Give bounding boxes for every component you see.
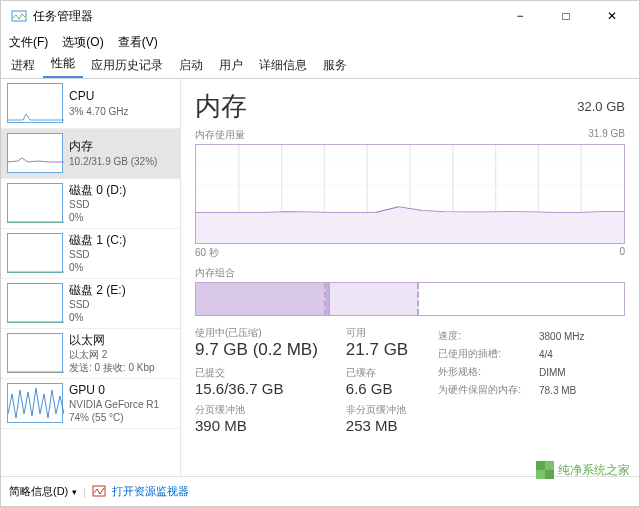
sidebar-item-4[interactable]: 磁盘 2 (E:)SSD0% bbox=[1, 279, 180, 329]
menu-file[interactable]: 文件(F) bbox=[9, 34, 48, 51]
stat-value: 390 MB bbox=[195, 417, 318, 434]
memory-info-table: 速度:3800 MHz已使用的插槽:4/4外形规格:DIMM为硬件保留的内存:7… bbox=[436, 326, 586, 400]
sidebar-item-name: 内存 bbox=[69, 139, 157, 155]
stat-value: 9.7 GB (0.2 MB) bbox=[195, 340, 318, 360]
composition-segment-3 bbox=[419, 283, 624, 315]
resmon-icon bbox=[92, 484, 106, 500]
tab-details[interactable]: 详细信息 bbox=[251, 53, 315, 78]
chart-time-left: 60 秒 bbox=[195, 246, 219, 260]
main-panel: 内存 32.0 GB 内存使用量 31.9 GB 60 秒 0 内存组合 使用中… bbox=[181, 79, 639, 476]
tab-startup[interactable]: 启动 bbox=[171, 53, 211, 78]
thumb-chart bbox=[7, 83, 63, 123]
maximize-button[interactable]: □ bbox=[543, 1, 589, 31]
thumb-chart bbox=[7, 283, 63, 323]
tab-processes[interactable]: 进程 bbox=[3, 53, 43, 78]
sidebar-item-sub: 3% 4.70 GHz bbox=[69, 105, 128, 118]
sidebar-item-sub2: 0% bbox=[69, 311, 126, 324]
thumb-chart bbox=[7, 233, 63, 273]
titlebar: 任务管理器 − □ ✕ bbox=[1, 1, 639, 31]
info-val: 3800 MHz bbox=[539, 328, 585, 344]
stat-label: 已提交 bbox=[195, 366, 318, 380]
sidebar-item-sub2: 发送: 0 接收: 0 Kbp bbox=[69, 361, 155, 374]
info-key: 外形规格: bbox=[438, 364, 537, 380]
stats-column-1: 使用中(已压缩)9.7 GB (0.2 MB)已提交15.6/36.7 GB分页… bbox=[195, 326, 318, 440]
info-key: 为硬件保留的内存: bbox=[438, 382, 537, 398]
thumb-chart bbox=[7, 133, 63, 173]
thumb-chart bbox=[7, 383, 63, 423]
info-key: 速度: bbox=[438, 328, 537, 344]
sidebar-item-5[interactable]: 以太网以太网 2发送: 0 接收: 0 Kbp bbox=[1, 329, 180, 379]
menu-view[interactable]: 查看(V) bbox=[118, 34, 158, 51]
chart-max: 31.9 GB bbox=[588, 128, 625, 142]
sidebar-item-name: 磁盘 2 (E:) bbox=[69, 283, 126, 298]
watermark: 纯净系统之家 bbox=[536, 461, 634, 479]
sidebar-item-0[interactable]: CPU3% 4.70 GHz bbox=[1, 79, 180, 129]
open-resmon-link[interactable]: 打开资源监视器 bbox=[112, 484, 189, 499]
stat-label: 分页缓冲池 bbox=[195, 403, 318, 417]
tab-services[interactable]: 服务 bbox=[315, 53, 355, 78]
sidebar-item-sub: 10.2/31.9 GB (32%) bbox=[69, 155, 157, 168]
sidebar-item-sub2: 74% (55 °C) bbox=[69, 411, 159, 424]
sidebar-item-name: CPU bbox=[69, 89, 128, 105]
sidebar-item-sub: SSD bbox=[69, 248, 126, 261]
svg-rect-20 bbox=[93, 486, 105, 496]
menubar: 文件(F) 选项(O) 查看(V) bbox=[1, 31, 639, 53]
thumb-chart bbox=[7, 333, 63, 373]
sidebar: CPU3% 4.70 GHz内存10.2/31.9 GB (32%)磁盘 0 (… bbox=[1, 79, 181, 476]
tab-apphistory[interactable]: 应用历史记录 bbox=[83, 53, 171, 78]
stat-value: 6.6 GB bbox=[346, 380, 408, 397]
stat-label: 已缓存 bbox=[346, 366, 408, 380]
stat-value: 15.6/36.7 GB bbox=[195, 380, 318, 397]
memory-composition-chart bbox=[195, 282, 625, 316]
tabs: 进程 性能 应用历史记录 启动 用户 详细信息 服务 bbox=[1, 53, 639, 79]
memory-total: 32.0 GB bbox=[577, 99, 625, 114]
stats-column-2: 可用21.7 GB已缓存6.6 GB非分页缓冲池253 MB bbox=[346, 326, 408, 440]
stat-label: 可用 bbox=[346, 326, 408, 340]
sidebar-item-sub2: 0% bbox=[69, 261, 126, 274]
memory-usage-chart bbox=[195, 144, 625, 244]
sidebar-item-2[interactable]: 磁盘 0 (D:)SSD0% bbox=[1, 179, 180, 229]
sidebar-item-name: 磁盘 1 (C:) bbox=[69, 233, 126, 248]
stats-column-3: 速度:3800 MHz已使用的插槽:4/4外形规格:DIMM为硬件保留的内存:7… bbox=[436, 326, 586, 440]
stat-value: 21.7 GB bbox=[346, 340, 408, 360]
sidebar-item-sub2: 0% bbox=[69, 211, 126, 224]
chart-label: 内存使用量 bbox=[195, 128, 245, 142]
tab-users[interactable]: 用户 bbox=[211, 53, 251, 78]
composition-segment-0 bbox=[196, 283, 326, 315]
thumb-chart bbox=[7, 183, 63, 223]
stat-label: 非分页缓冲池 bbox=[346, 403, 408, 417]
sidebar-item-sub: SSD bbox=[69, 298, 126, 311]
page-title: 内存 bbox=[195, 89, 247, 124]
minimize-button[interactable]: − bbox=[497, 1, 543, 31]
sidebar-item-sub: SSD bbox=[69, 198, 126, 211]
info-val: 4/4 bbox=[539, 346, 585, 362]
close-button[interactable]: ✕ bbox=[589, 1, 635, 31]
stat-value: 253 MB bbox=[346, 417, 408, 434]
stat-label: 使用中(已压缩) bbox=[195, 326, 318, 340]
menu-options[interactable]: 选项(O) bbox=[62, 34, 103, 51]
info-val: 78.3 MB bbox=[539, 382, 585, 398]
fewer-details-button[interactable]: 简略信息(D) bbox=[9, 484, 77, 499]
info-key: 已使用的插槽: bbox=[438, 346, 537, 362]
tab-performance[interactable]: 性能 bbox=[43, 51, 83, 78]
sidebar-item-6[interactable]: GPU 0NVIDIA GeForce R174% (55 °C) bbox=[1, 379, 180, 429]
sidebar-item-sub: NVIDIA GeForce R1 bbox=[69, 398, 159, 411]
app-icon bbox=[11, 8, 27, 24]
sidebar-item-name: GPU 0 bbox=[69, 383, 159, 398]
chart-time-right: 0 bbox=[619, 246, 625, 260]
sidebar-item-name: 以太网 bbox=[69, 333, 155, 348]
sidebar-item-name: 磁盘 0 (D:) bbox=[69, 183, 126, 198]
sidebar-item-3[interactable]: 磁盘 1 (C:)SSD0% bbox=[1, 229, 180, 279]
info-val: DIMM bbox=[539, 364, 585, 380]
composition-label: 内存组合 bbox=[195, 266, 625, 280]
bottom-bar: 简略信息(D) | 打开资源监视器 bbox=[1, 476, 639, 506]
window-title: 任务管理器 bbox=[33, 8, 497, 25]
sidebar-item-1[interactable]: 内存10.2/31.9 GB (32%) bbox=[1, 129, 180, 179]
sidebar-item-sub: 以太网 2 bbox=[69, 348, 155, 361]
composition-segment-2 bbox=[330, 283, 419, 315]
